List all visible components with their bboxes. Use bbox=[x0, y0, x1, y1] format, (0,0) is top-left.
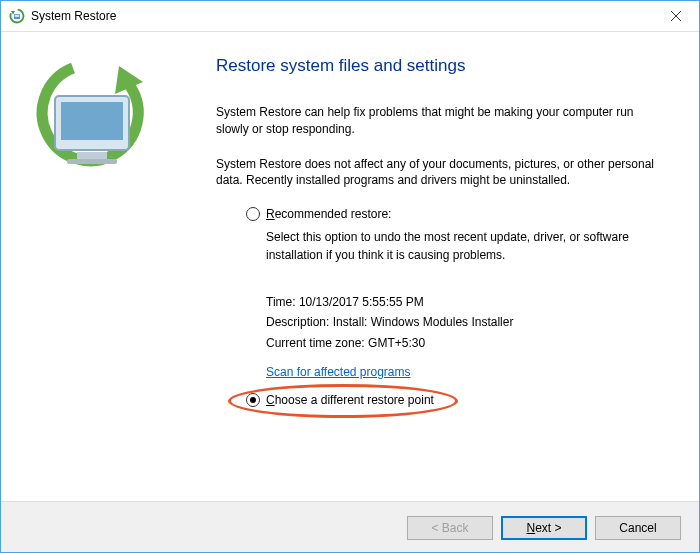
info-timezone: Current time zone: GMT+5:30 bbox=[266, 333, 659, 353]
radio-recommended-label: Recommended restore: bbox=[266, 207, 391, 221]
restore-point-info: Time: 10/13/2017 5:55:55 PM Description:… bbox=[266, 292, 659, 353]
intro-paragraph-2: System Restore does not affect any of yo… bbox=[216, 156, 659, 190]
window-title: System Restore bbox=[31, 9, 653, 23]
recommended-description: Select this option to undo the most rece… bbox=[266, 229, 659, 264]
restore-options: Recommended restore: Select this option … bbox=[246, 207, 659, 407]
scan-affected-programs-link[interactable]: Scan for affected programs bbox=[266, 365, 411, 379]
page-heading: Restore system files and settings bbox=[216, 56, 659, 76]
radio-recommended-restore[interactable]: Recommended restore: bbox=[246, 207, 659, 221]
close-button[interactable] bbox=[653, 1, 699, 32]
radio-choose-label: Choose a different restore point bbox=[266, 393, 434, 407]
intro-paragraph-1: System Restore can help fix problems tha… bbox=[216, 104, 659, 138]
system-restore-hero-icon bbox=[15, 46, 165, 196]
back-button: < Back bbox=[407, 516, 493, 540]
next-button[interactable]: Next > bbox=[501, 516, 587, 540]
svg-rect-10 bbox=[67, 159, 117, 164]
svg-rect-9 bbox=[77, 152, 107, 159]
content-area: Restore system files and settings System… bbox=[176, 32, 699, 501]
dialog-body: Restore system files and settings System… bbox=[1, 32, 699, 501]
system-restore-icon bbox=[9, 8, 25, 24]
sidebar bbox=[1, 32, 176, 501]
button-bar: < Back Next > Cancel bbox=[1, 501, 699, 553]
cancel-button[interactable]: Cancel bbox=[595, 516, 681, 540]
titlebar: System Restore bbox=[1, 1, 699, 32]
close-icon bbox=[671, 11, 681, 21]
info-description: Description: Install: Windows Modules In… bbox=[266, 312, 659, 332]
info-time: Time: 10/13/2017 5:55:55 PM bbox=[266, 292, 659, 312]
radio-icon bbox=[246, 393, 260, 407]
radio-icon bbox=[246, 207, 260, 221]
svg-rect-3 bbox=[15, 15, 19, 17]
svg-rect-8 bbox=[61, 102, 123, 140]
radio-choose-different[interactable]: Choose a different restore point bbox=[246, 393, 659, 407]
